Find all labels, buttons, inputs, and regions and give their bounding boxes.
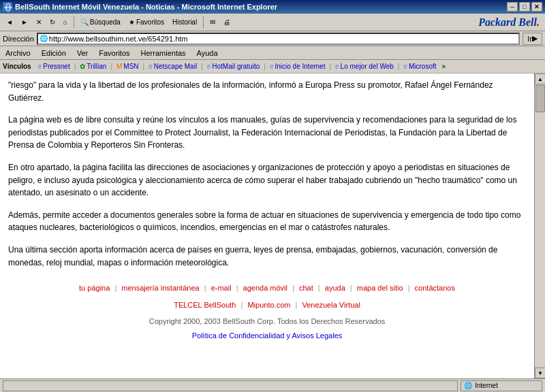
content-wrapper: "riesgo" para la vida y la libertad de l… — [0, 74, 545, 378]
pressnet-icon: e — [38, 63, 42, 70]
paragraph-4: Además, permite acceder a documentos gen… — [8, 209, 526, 234]
netscape-icon: e — [149, 63, 153, 70]
home-button[interactable]: ⌂ — [60, 16, 71, 29]
link-msn[interactable]: M MSN — [114, 62, 142, 71]
print-button[interactable]: 🖨 — [220, 16, 234, 29]
stop-button[interactable]: ✕ — [33, 16, 45, 29]
link-netscape-mail[interactable]: e Netscape Mail — [146, 62, 200, 71]
scroll-down-button[interactable]: ▼ — [535, 368, 545, 378]
link-mejor-web[interactable]: e Lo mejor del Web — [332, 62, 396, 71]
page-icon: 🌐 — [40, 35, 48, 42]
address-input[interactable] — [49, 35, 517, 43]
footer-link-chat[interactable]: chat — [299, 284, 313, 292]
favorites-icon: ★ — [129, 18, 135, 26]
menu-herramientas[interactable]: Herramientas — [138, 48, 189, 59]
home-icon: ⌂ — [63, 18, 67, 26]
link-inicio[interactable]: e Inicio de Internet — [267, 62, 328, 71]
menu-archivo[interactable]: Archivo — [3, 48, 33, 59]
sponsor-mipunto[interactable]: Mipunto.com — [247, 301, 290, 309]
search-button[interactable]: 🔍 Búsqueda — [77, 16, 124, 29]
back-icon: ◄ — [6, 18, 13, 26]
favorites-button[interactable]: ★ Favoritos — [125, 16, 168, 29]
footer-link-agenda[interactable]: agenda móvil — [243, 284, 287, 292]
menu-ayuda[interactable]: Ayuda — [194, 48, 221, 59]
microsoft-icon: e — [403, 63, 407, 70]
footer-link-ayuda[interactable]: ayuda — [325, 284, 345, 292]
sponsor-telcel[interactable]: TELCEL BellSouth — [174, 301, 236, 309]
title-bar-left: BellSouth Internet Móvil Venezuela - Not… — [3, 2, 277, 12]
menu-edicion[interactable]: Edición — [39, 48, 69, 59]
back-button[interactable]: ◄ — [3, 16, 16, 29]
paragraph-5: Una última sección aporta información ac… — [8, 244, 526, 269]
address-label: Dirección — [3, 35, 34, 43]
browser-toolbar: ◄ ► ✕ ↻ ⌂ 🔍 Búsqueda ★ Favoritos Histori… — [0, 14, 545, 31]
footer-links: tu página | mensajería instantánea | e-m… — [8, 282, 526, 294]
link-hotmail[interactable]: e HotMail gratuito — [204, 62, 263, 71]
stop-icon: ✕ — [36, 18, 42, 26]
footer-sponsors: TELCEL BellSouth | Mipunto.com | Venezue… — [8, 299, 526, 311]
ie-icon — [3, 2, 12, 12]
status-main — [3, 380, 458, 391]
print-icon: 🖨 — [223, 18, 230, 26]
maximize-button[interactable]: □ — [519, 2, 530, 12]
paragraph-3: En otro apartado, la página facilita las… — [8, 161, 526, 199]
refresh-button[interactable]: ↻ — [46, 16, 59, 29]
footer-copyright: Copyright 2000, 2003 BellSouth Corp. Tod… — [8, 316, 526, 327]
zone-label: Internet — [475, 382, 498, 389]
mail-icon: ✉ — [210, 18, 215, 26]
paragraph-1: "riesgo" para la vida y la libertad de l… — [8, 79, 526, 104]
scrollbar: ▲ ▼ — [534, 74, 545, 378]
forward-icon: ► — [21, 18, 28, 26]
sponsor-venezuela-virtual[interactable]: Venezuela Virtual — [302, 301, 360, 309]
history-button[interactable]: Historial — [169, 16, 200, 29]
footer-link-contactanos[interactable]: contáctanos — [415, 284, 455, 292]
scroll-thumb[interactable] — [535, 85, 545, 112]
link-microsoft[interactable]: e Microsoft — [401, 62, 439, 71]
menu-favoritos[interactable]: Favoritos — [96, 48, 132, 59]
footer-privacy: Política de Confidencialidad y Avisos Le… — [8, 330, 526, 342]
footer-link-email[interactable]: e-mail — [211, 284, 232, 292]
scroll-track[interactable] — [535, 84, 545, 368]
title-bar: BellSouth Internet Móvil Venezuela - Not… — [0, 0, 545, 14]
address-input-container: 🌐 — [37, 33, 520, 45]
go-button[interactable]: Ir ▶ — [523, 33, 542, 45]
menu-bar: Archivo Edición Ver Favoritos Herramient… — [0, 46, 545, 60]
links-label: Vínculos — [3, 63, 31, 70]
window-controls[interactable]: ─ □ ✕ — [507, 2, 542, 12]
msn-icon: M — [116, 63, 122, 70]
window-title: BellSouth Internet Móvil Venezuela - Not… — [15, 3, 277, 11]
link-pressnet[interactable]: e Pressnet — [35, 62, 73, 71]
minimize-button[interactable]: ─ — [507, 2, 518, 12]
paragraph-2: La página web es de libre consulta y reú… — [8, 114, 526, 152]
mail-button[interactable]: ✉ — [206, 16, 219, 29]
footer-link-mensajeria[interactable]: mensajería instantánea — [121, 284, 199, 292]
footer-link-mapa[interactable]: mapa del sitio — [357, 284, 403, 292]
hotmail-icon: e — [207, 63, 211, 70]
trillian-icon: ✿ — [80, 63, 85, 70]
footer-link-tu-pagina[interactable]: tu página — [79, 284, 110, 292]
link-trillian[interactable]: ✿ Trillian — [77, 62, 109, 71]
links-bar: Vínculos e Pressnet | ✿ Trillian | M MSN… — [0, 60, 545, 74]
content-area[interactable]: "riesgo" para la vida y la libertad de l… — [0, 74, 534, 378]
go-arrow-icon: ▶ — [532, 34, 538, 43]
internet-icon: 🌐 — [464, 382, 472, 389]
menu-ver[interactable]: Ver — [74, 48, 91, 59]
status-zone: 🌐 Internet — [461, 380, 542, 391]
scroll-up-button[interactable]: ▲ — [535, 74, 545, 84]
search-icon: 🔍 — [80, 18, 89, 26]
go-label: Ir — [527, 35, 532, 43]
forward-button[interactable]: ► — [18, 16, 31, 29]
toolbar-separator-1 — [74, 16, 74, 29]
toolbar-separator-2 — [203, 16, 204, 29]
links-more-button[interactable]: » — [442, 63, 446, 70]
packard-bell-logo: Packard Bell. — [478, 16, 542, 29]
inicio-icon: e — [270, 63, 274, 70]
status-bar: 🌐 Internet — [0, 378, 545, 392]
mejor-icon: e — [335, 63, 339, 70]
refresh-icon: ↻ — [50, 18, 55, 26]
privacy-link[interactable]: Política de Confidencialidad y Avisos Le… — [192, 331, 343, 340]
address-bar: Dirección 🌐 Ir ▶ — [0, 31, 545, 46]
close-button[interactable]: ✕ — [531, 2, 542, 12]
